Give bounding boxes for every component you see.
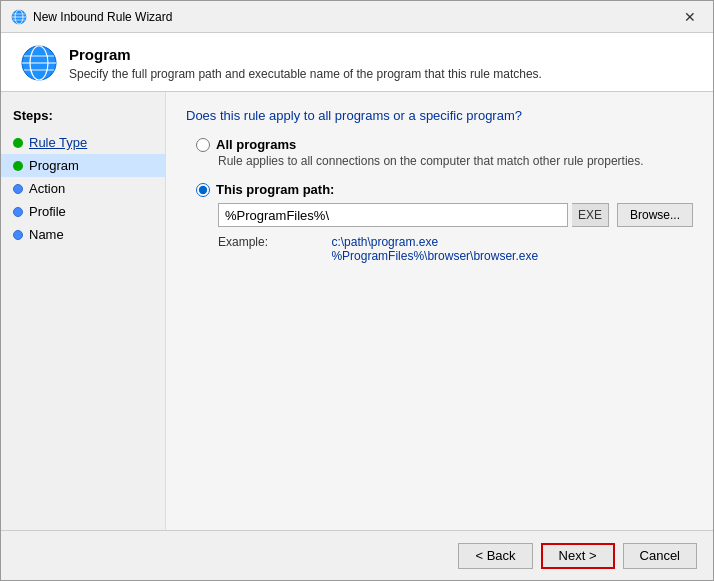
all-programs-text: All programs <box>216 137 296 152</box>
sidebar-label-profile: Profile <box>29 204 66 219</box>
back-button[interactable]: < Back <box>458 543 532 569</box>
this-program-label[interactable]: This program path: <box>196 182 693 197</box>
dot-program <box>13 161 23 171</box>
program-path-input[interactable] <box>218 203 568 227</box>
exe-badge: EXE <box>572 203 609 227</box>
page-title: Program <box>69 46 542 63</box>
dot-rule-type <box>13 138 23 148</box>
sidebar-item-profile[interactable]: Profile <box>1 200 165 223</box>
content-area: Steps: Rule Type Program Action Profile … <box>1 92 713 530</box>
browse-button[interactable]: Browse... <box>617 203 693 227</box>
footer: < Back Next > Cancel <box>1 530 713 580</box>
sidebar-label-rule-type: Rule Type <box>29 135 87 150</box>
question-text: Does this rule apply to all programs or … <box>186 108 693 123</box>
example-values: c:\path\program.exe %ProgramFiles%\brows… <box>331 235 538 263</box>
sidebar-title: Steps: <box>1 102 165 131</box>
path-input-row: EXE Browse... <box>218 203 693 227</box>
cancel-button[interactable]: Cancel <box>623 543 697 569</box>
wizard-header: Program Specify the full program path an… <box>1 33 713 92</box>
sidebar-label-name: Name <box>29 227 64 242</box>
dot-action <box>13 184 23 194</box>
example-value-1: c:\path\program.exe <box>331 235 538 249</box>
sidebar-item-action[interactable]: Action <box>1 177 165 200</box>
page-subtitle: Specify the full program path and execut… <box>69 67 542 81</box>
example-label: Example: <box>218 235 268 249</box>
main-panel: Does this rule apply to all programs or … <box>166 92 713 530</box>
dot-profile <box>13 207 23 217</box>
example-section: Example: c:\path\program.exe %ProgramFil… <box>218 235 693 263</box>
all-programs-desc: Rule applies to all connections on the c… <box>218 154 693 168</box>
sidebar-item-rule-type[interactable]: Rule Type <box>1 131 165 154</box>
title-bar: New Inbound Rule Wizard ✕ <box>1 1 713 33</box>
all-programs-label[interactable]: All programs <box>196 137 693 152</box>
sidebar: Steps: Rule Type Program Action Profile … <box>1 92 166 530</box>
option-group: All programs Rule applies to all connect… <box>196 137 693 263</box>
sidebar-label-action: Action <box>29 181 65 196</box>
window-title: New Inbound Rule Wizard <box>33 10 172 24</box>
wizard-window: New Inbound Rule Wizard ✕ Program Specif… <box>0 0 714 581</box>
wizard-icon <box>11 9 27 25</box>
option-this-program: This program path: EXE Browse... Example… <box>196 182 693 263</box>
radio-all-programs[interactable] <box>196 138 210 152</box>
close-button[interactable]: ✕ <box>677 7 703 27</box>
sidebar-label-program: Program <box>29 158 79 173</box>
next-button[interactable]: Next > <box>541 543 615 569</box>
dot-name <box>13 230 23 240</box>
sidebar-item-name[interactable]: Name <box>1 223 165 246</box>
option-all-programs: All programs Rule applies to all connect… <box>196 137 693 168</box>
header-icon <box>21 45 57 81</box>
radio-this-program[interactable] <box>196 183 210 197</box>
example-value-2: %ProgramFiles%\browser\browser.exe <box>331 249 538 263</box>
this-program-text: This program path: <box>216 182 334 197</box>
sidebar-item-program[interactable]: Program <box>1 154 165 177</box>
wizard-header-texts: Program Specify the full program path an… <box>69 46 542 81</box>
title-bar-left: New Inbound Rule Wizard <box>11 9 172 25</box>
